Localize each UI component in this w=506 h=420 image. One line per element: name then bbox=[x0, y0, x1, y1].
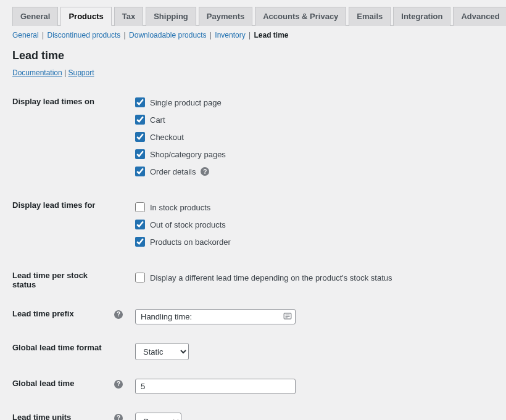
tab-integration[interactable]: Integration bbox=[393, 7, 450, 26]
display-for-label: Display lead times for bbox=[12, 187, 108, 257]
tab-accounts-privacy[interactable]: Accounts & Privacy bbox=[255, 7, 346, 26]
global-lead-time-input[interactable] bbox=[135, 379, 296, 394]
format-label: Global lead time format bbox=[12, 329, 108, 365]
checkbox-label: Checkout bbox=[150, 133, 184, 142]
checkbox-out-of-stock-products[interactable] bbox=[135, 220, 145, 229]
separator: | bbox=[210, 31, 212, 39]
help-icon[interactable]: ? bbox=[114, 380, 123, 389]
help-icon[interactable]: ? bbox=[114, 414, 123, 421]
lead-time-units-select[interactable]: Days bbox=[135, 413, 181, 420]
support-link[interactable]: Support bbox=[68, 68, 94, 77]
checkbox-label: Shop/category pages bbox=[150, 150, 226, 159]
checkbox-cart[interactable] bbox=[135, 115, 145, 125]
checkbox-label: Products on backorder bbox=[150, 237, 231, 247]
tab-advanced[interactable]: Advanced bbox=[453, 7, 506, 26]
subtab-lead-time: Lead time bbox=[254, 31, 288, 39]
checkbox-label: Display a different lead time depending … bbox=[150, 273, 392, 282]
checkbox-label: Order details bbox=[150, 167, 196, 176]
checkbox-shop-category-pages[interactable] bbox=[135, 149, 145, 159]
separator: | bbox=[249, 31, 251, 39]
subtab-general[interactable]: General bbox=[12, 31, 39, 39]
tab-general[interactable]: General bbox=[12, 7, 58, 26]
checkbox-per-stock-status[interactable] bbox=[135, 273, 145, 282]
tab-tax[interactable]: Tax bbox=[114, 7, 143, 26]
prefix-label: Lead time prefix bbox=[12, 295, 108, 329]
checkbox-order-details[interactable] bbox=[135, 167, 145, 176]
checkbox-label: Single product page bbox=[150, 98, 222, 107]
tab-emails[interactable]: Emails bbox=[349, 7, 391, 26]
global-lead-time-format-select[interactable]: Static bbox=[135, 343, 189, 360]
doc-links: Documentation | Support bbox=[12, 68, 494, 77]
tab-payments[interactable]: Payments bbox=[199, 7, 252, 26]
checkbox-label: Cart bbox=[150, 115, 165, 125]
sub-navigation: General | Discontinued products | Downlo… bbox=[12, 31, 494, 39]
subtab-downloadable-products[interactable]: Downloadable products bbox=[129, 31, 206, 39]
subtab-inventory[interactable]: Inventory bbox=[215, 31, 245, 39]
separator: | bbox=[124, 31, 126, 39]
settings-form: Display lead times on Single product pag… bbox=[12, 91, 494, 420]
checkbox-label: Out of stock products bbox=[150, 220, 226, 229]
subtab-discontinued-products[interactable]: Discontinued products bbox=[48, 31, 121, 39]
global-label: Global lead time bbox=[12, 365, 108, 399]
checkbox-in-stock-products[interactable] bbox=[135, 202, 145, 212]
help-icon[interactable]: ? bbox=[201, 167, 209, 176]
per-stock-label: Lead time per stock status bbox=[12, 257, 108, 295]
checkbox-single-product-page[interactable] bbox=[135, 97, 145, 107]
tab-shipping[interactable]: Shipping bbox=[146, 7, 196, 26]
checkbox-products-on-backorder[interactable] bbox=[135, 237, 145, 247]
tab-products[interactable]: Products bbox=[60, 7, 111, 26]
main-tabs: General Products Tax Shipping Payments A… bbox=[12, 6, 494, 26]
lead-time-prefix-input[interactable] bbox=[135, 309, 296, 324]
display-on-label: Display lead times on bbox=[12, 91, 108, 187]
help-icon[interactable]: ? bbox=[114, 310, 123, 319]
units-label: Lead time units bbox=[12, 399, 108, 420]
checkbox-checkout[interactable] bbox=[135, 132, 145, 142]
separator: | bbox=[62, 68, 68, 77]
checkbox-label: In stock products bbox=[150, 203, 210, 212]
page-title: Lead time bbox=[12, 49, 494, 62]
documentation-link[interactable]: Documentation bbox=[12, 68, 62, 77]
separator: | bbox=[42, 31, 44, 39]
